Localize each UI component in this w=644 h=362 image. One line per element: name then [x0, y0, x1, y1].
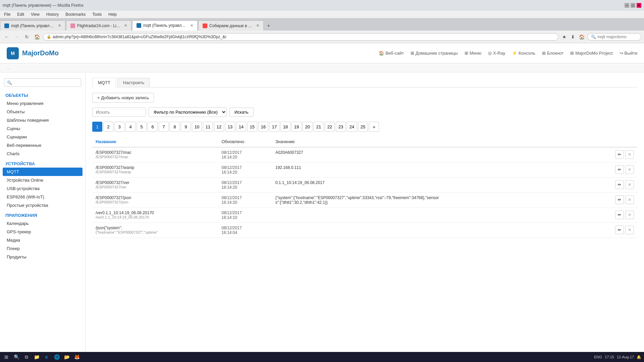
tab-2-close[interactable]: ✕	[124, 23, 127, 28]
nav-logout[interactable]: ↪ Выйти	[620, 51, 638, 56]
page-btn-24[interactable]: 24	[347, 122, 357, 132]
add-record-button[interactable]: + Добавить новую запись	[92, 93, 154, 103]
filter-search-input[interactable]	[92, 108, 146, 117]
sidebar-item-calendar[interactable]: Календарь	[0, 219, 85, 228]
new-tab-button[interactable]: +	[264, 21, 273, 31]
back-button[interactable]: ←	[3, 33, 11, 41]
sidebar-item-behavior-templates[interactable]: Шаблоны поведения	[0, 116, 85, 124]
tab-1-close[interactable]: ✕	[58, 23, 61, 28]
tab-3-close[interactable]: ✕	[190, 23, 193, 28]
page-btn-23[interactable]: 23	[336, 122, 346, 132]
page-btn-15[interactable]: 15	[247, 122, 257, 132]
sidebar-item-objects[interactable]: Объекты	[0, 108, 85, 116]
nav-home-pages[interactable]: ⊞ Домашние страницы	[411, 51, 458, 56]
download-btn[interactable]: ⬇	[569, 33, 577, 41]
edit-button-5[interactable]: ✏	[615, 226, 624, 234]
page-btn-3[interactable]: 3	[114, 122, 124, 132]
tab-configure[interactable]: Настроить	[117, 78, 150, 87]
page-btn-8[interactable]: 8	[170, 122, 180, 132]
page-btn-14[interactable]: 14	[236, 122, 246, 132]
search-bar-input[interactable]	[597, 35, 638, 39]
search-input-wrap[interactable]: 🔍	[4, 78, 81, 87]
delete-button-3[interactable]: ✕	[625, 195, 634, 204]
delete-button-1[interactable]: ✕	[625, 165, 634, 174]
page-btn-»[interactable]: »	[369, 122, 379, 132]
menu-bookmarks[interactable]: Bookmarks	[64, 11, 87, 17]
page-btn-11[interactable]: 11	[203, 122, 213, 132]
sidebar-item-mqtt[interactable]: MQTT	[3, 168, 83, 176]
sidebar-item-gps-tracker[interactable]: GPS-трекер	[0, 228, 85, 236]
sidebar-item-charts[interactable]: Charts	[0, 149, 85, 158]
sidebar-item-scenarios[interactable]: Сценарии	[0, 133, 85, 141]
minimize-button[interactable]: ─	[625, 3, 629, 8]
menu-help[interactable]: Help	[107, 11, 118, 17]
sidebar-item-devices-online[interactable]: Устройства Online	[0, 176, 85, 184]
forward-button[interactable]: →	[13, 33, 21, 41]
refresh-button[interactable]: ↻	[23, 33, 31, 41]
sidebar-item-media[interactable]: Медиа	[0, 236, 85, 244]
tab-4[interactable]: Собираем данные в умно… ✕	[198, 20, 264, 31]
tab-4-close[interactable]: ✕	[256, 23, 259, 28]
menu-history[interactable]: History	[45, 11, 60, 17]
page-btn-13[interactable]: 13	[225, 122, 235, 132]
page-btn-19[interactable]: 19	[291, 122, 302, 132]
page-btn-12[interactable]: 12	[214, 122, 224, 132]
nav-notepad[interactable]: ⊞ Блокнот	[542, 51, 564, 56]
nav-website[interactable]: 🏠 Веб-сайт	[379, 51, 404, 56]
nav-project[interactable]: ⊞ MajorDoMo Project	[570, 51, 612, 56]
search-bar[interactable]: 🔍	[587, 33, 641, 41]
sidebar-item-scenes[interactable]: Сцены	[0, 124, 85, 133]
home-btn2[interactable]: 🏠	[578, 33, 585, 41]
edit-button-2[interactable]: ✏	[615, 180, 624, 189]
sidebar-item-player[interactable]: Плеер	[0, 244, 85, 253]
sidebar-item-esp8266[interactable]: ESP8266 (Wifi-IoT)	[0, 193, 85, 201]
tab-3[interactable]: mqtt (Панель управления) ✕	[132, 20, 198, 31]
edit-button-3[interactable]: ✏	[615, 195, 624, 204]
page-btn-2[interactable]: 2	[103, 122, 113, 132]
page-btn-5[interactable]: 5	[137, 122, 147, 132]
page-btn-25[interactable]: 25	[358, 122, 368, 132]
page-btn-18[interactable]: 18	[280, 122, 290, 132]
sidebar-item-menu-management[interactable]: Меню управления	[0, 99, 85, 108]
home-button[interactable]: 🏠	[33, 33, 41, 41]
edit-button-0[interactable]: ✏	[615, 150, 624, 159]
page-btn-21[interactable]: 21	[314, 122, 324, 132]
page-btn-6[interactable]: 6	[148, 122, 158, 132]
nav-menu[interactable]: ⊞ Меню	[465, 51, 481, 56]
sidebar-item-simple-devices[interactable]: Простые устройства	[0, 201, 85, 209]
page-btn-17[interactable]: 17	[269, 122, 279, 132]
maximize-button[interactable]: □	[631, 3, 635, 8]
edit-button-4[interactable]: ✏	[615, 210, 624, 219]
tab-2[interactable]: Flightradar24.com - Live fli… ✕	[66, 20, 131, 31]
bookmark-btn[interactable]: ★	[560, 33, 568, 41]
page-btn-7[interactable]: 7	[159, 122, 169, 132]
page-btn-4[interactable]: 4	[125, 122, 136, 132]
delete-button-5[interactable]: ✕	[625, 226, 634, 234]
page-btn-1[interactable]: 1	[92, 122, 102, 132]
tab-mqtt[interactable]: MQTT	[92, 78, 116, 87]
filter-location-select[interactable]: Фильтр по Расположению (Все)	[149, 107, 227, 117]
menu-tools[interactable]: Tools	[91, 11, 103, 17]
menu-file[interactable]: File	[3, 11, 12, 17]
menu-edit[interactable]: Edit	[16, 11, 25, 17]
tab-1[interactable]: mqtt (Панель управления) ✕	[0, 20, 65, 31]
delete-button-0[interactable]: ✕	[625, 150, 634, 159]
page-btn-16[interactable]: 16	[258, 122, 268, 132]
sidebar-item-web-variables[interactable]: Веб-переменные	[0, 141, 85, 149]
page-btn-10[interactable]: 10	[192, 122, 202, 132]
menu-view[interactable]: View	[30, 11, 41, 17]
page-btn-20[interactable]: 20	[303, 122, 313, 132]
sidebar-item-usb-devices[interactable]: USB-устройства	[0, 184, 85, 193]
page-btn-22[interactable]: 22	[325, 122, 335, 132]
nav-console[interactable]: ⚡ Консоль	[512, 51, 535, 56]
delete-button-2[interactable]: ✕	[625, 180, 634, 189]
sidebar-search-input[interactable]	[13, 80, 78, 85]
url-bar[interactable]: 🔒 admin.php?prj=4t8lh6ic88hmrr7c3tl4381a…	[43, 33, 558, 41]
close-button[interactable]: ✕	[637, 3, 641, 8]
sidebar-item-products[interactable]: Продукты	[0, 253, 85, 261]
filter-search-button[interactable]: Искать	[229, 108, 254, 117]
page-btn-9[interactable]: 9	[181, 122, 191, 132]
edit-button-1[interactable]: ✏	[615, 165, 624, 174]
delete-button-4[interactable]: ✕	[625, 210, 634, 219]
nav-xray[interactable]: ◎ X-Ray	[488, 51, 505, 56]
